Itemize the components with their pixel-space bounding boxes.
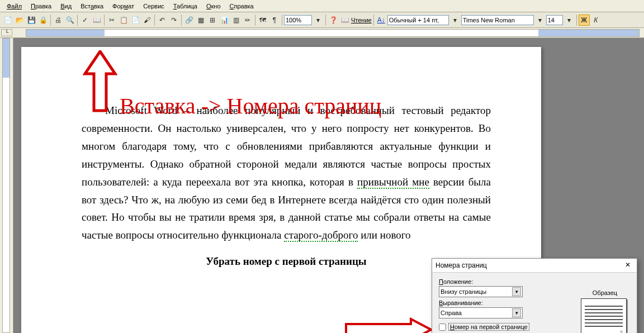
document-heading: Убрать номер с первой страницы bbox=[82, 255, 491, 268]
preview-box: = bbox=[581, 298, 627, 333]
position-select[interactable]: Внизу страницы ▾ bbox=[439, 286, 523, 297]
ruler-horizontal: └ bbox=[0, 28, 644, 38]
annotation-arrow-up-icon bbox=[83, 50, 117, 123]
undo-icon[interactable]: ↶ bbox=[157, 15, 168, 26]
save-icon[interactable]: 💾 bbox=[26, 15, 37, 26]
zoom-dropdown-icon[interactable]: ▾ bbox=[312, 15, 324, 26]
format-painter-icon[interactable]: 🖌 bbox=[141, 15, 153, 26]
dialog-title-text: Номера страниц bbox=[435, 261, 487, 269]
drawing-icon[interactable]: ✏ bbox=[242, 15, 253, 26]
ruler-vertical bbox=[0, 38, 13, 333]
dialog-close-button[interactable]: ✕ bbox=[622, 261, 633, 270]
new-doc-icon[interactable]: 📄 bbox=[2, 15, 13, 26]
open-icon[interactable]: 📂 bbox=[14, 15, 25, 26]
first-page-label: Номер на первой странице bbox=[448, 323, 529, 331]
hyperlink-icon[interactable]: 🔗 bbox=[183, 15, 195, 26]
excel-icon[interactable]: 📊 bbox=[219, 15, 230, 26]
menu-view[interactable]: Вид bbox=[56, 1, 76, 11]
spellcheck-icon[interactable]: ✓ bbox=[79, 15, 91, 26]
show-marks-icon[interactable]: ¶ bbox=[269, 15, 280, 26]
style-input[interactable] bbox=[387, 15, 449, 25]
copy-icon[interactable]: 📋 bbox=[118, 15, 129, 26]
reading-mode-icon[interactable]: 📖 bbox=[339, 15, 351, 26]
print-icon[interactable]: 🖨 bbox=[53, 15, 64, 26]
reading-label[interactable]: Чтение bbox=[351, 17, 372, 23]
bold-button[interactable]: Ж bbox=[579, 15, 590, 26]
preview-icon[interactable]: 🔍 bbox=[64, 15, 75, 26]
menu-bar: Файл Правка Вид Вставка Формат Сервис Та… bbox=[0, 0, 644, 12]
italic-button[interactable]: К bbox=[590, 15, 602, 26]
workspace: Microsoft Word – наиболее популярный и в… bbox=[0, 38, 644, 333]
annotation-arrow-right-icon bbox=[344, 317, 433, 333]
columns-icon[interactable]: ▥ bbox=[230, 15, 242, 26]
menu-table[interactable]: Таблица bbox=[169, 1, 202, 11]
dropdown-arrow-icon: ▾ bbox=[512, 287, 521, 296]
redo-icon[interactable]: ↷ bbox=[168, 15, 179, 26]
styles-icon[interactable]: А↓ bbox=[376, 15, 387, 26]
annotation-text: Вставка -> Номера страниц bbox=[120, 93, 381, 119]
font-dropdown-icon[interactable]: ▾ bbox=[534, 15, 546, 26]
menu-format[interactable]: Формат bbox=[108, 1, 139, 11]
font-size-input[interactable] bbox=[546, 15, 563, 25]
menu-tools[interactable]: Сервис bbox=[139, 1, 169, 11]
menu-file[interactable]: Файл bbox=[2, 1, 26, 11]
doc-map-icon[interactable]: 🗺 bbox=[257, 15, 268, 26]
font-input[interactable] bbox=[461, 15, 534, 25]
tab-align-icon[interactable]: └ bbox=[1, 29, 12, 36]
first-page-checkbox[interactable] bbox=[439, 324, 446, 331]
position-label: Положение: bbox=[439, 278, 630, 285]
permission-icon[interactable]: 🔒 bbox=[37, 15, 49, 26]
help-icon[interactable]: ❓ bbox=[328, 15, 339, 26]
ruler-marks bbox=[26, 30, 639, 36]
menu-insert[interactable]: Вставка bbox=[76, 1, 108, 11]
menu-window[interactable]: Окно bbox=[202, 1, 225, 11]
research-icon[interactable]: 📖 bbox=[91, 15, 102, 26]
dropdown-arrow-icon: ▾ bbox=[512, 308, 521, 317]
document-body-text: Microsoft Word – наиболее популярный и в… bbox=[82, 102, 491, 244]
alignment-select[interactable]: Справа ▾ bbox=[439, 307, 523, 318]
tables-borders-icon[interactable]: ▦ bbox=[195, 15, 206, 26]
cut-icon[interactable]: ✂ bbox=[106, 15, 117, 26]
paste-icon[interactable]: 📄 bbox=[130, 15, 141, 26]
standard-toolbar: 📄 📂 💾 🔒 🖨 🔍 ✓ 📖 ✂ 📋 📄 🖌 ↶ ↷ 🔗 ▦ ⊞ 📊 ▥ ✏ … bbox=[0, 12, 644, 28]
page-numbers-dialog: Номера страниц ✕ Положение: Внизу страни… bbox=[432, 258, 637, 333]
menu-edit[interactable]: Правка bbox=[26, 1, 56, 11]
insert-table-icon[interactable]: ⊞ bbox=[207, 15, 218, 26]
zoom-input[interactable] bbox=[284, 15, 312, 25]
preview-label: Образец bbox=[581, 289, 629, 296]
size-dropdown-icon[interactable]: ▾ bbox=[564, 15, 575, 26]
menu-help[interactable]: Справка bbox=[225, 1, 258, 11]
style-dropdown-icon[interactable]: ▾ bbox=[449, 15, 461, 26]
